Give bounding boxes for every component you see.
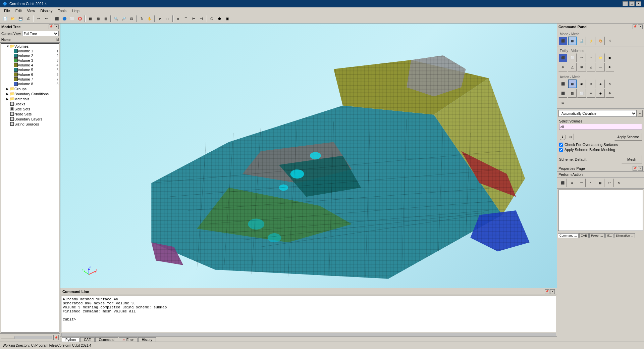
- entity-btn-vol[interactable]: ⬛: [558, 53, 567, 62]
- expand-groups[interactable]: ▶: [6, 87, 10, 91]
- tb-redo[interactable]: ↪: [43, 15, 50, 22]
- tree-item-materials[interactable]: ▶ 📁 Materials: [1, 96, 59, 101]
- entity-btn-extra5[interactable]: —: [596, 63, 605, 71]
- maximize-button[interactable]: □: [629, 1, 635, 6]
- tb-cube[interactable]: ⬛: [53, 15, 60, 22]
- tb-zoom-in[interactable]: 🔍: [112, 15, 120, 22]
- tb-view-top[interactable]: ⊤: [182, 15, 190, 22]
- right-tab-command[interactable]: Command ...: [558, 233, 579, 238]
- action-btn-mesh[interactable]: ▦: [568, 80, 577, 88]
- current-view-select[interactable]: Full Tree: [22, 31, 59, 36]
- tree-item-volume-3[interactable]: Volume 3 3: [1, 58, 59, 63]
- tree-item-volume-6[interactable]: Volume 6 6: [1, 72, 59, 77]
- entity-btn-extra1[interactable]: ⊕: [558, 63, 567, 71]
- action-btn-3[interactable]: ◉: [577, 80, 586, 88]
- mode-btn-bc[interactable]: ⚡: [587, 37, 595, 45]
- action-btn-1[interactable]: ⬛: [558, 80, 567, 88]
- mode-btn-analysis[interactable]: 🔬: [577, 37, 586, 45]
- tree-item-boundary-conditions[interactable]: ▶ 📁 Boundary Conditions: [1, 91, 59, 96]
- auto-calculate-dropdown[interactable]: Automatically Calculate Manual: [558, 110, 637, 117]
- menu-view[interactable]: View: [24, 8, 38, 13]
- command-line-content[interactable]: Already meshed Surface 46 Generated 990 …: [61, 296, 556, 332]
- tb-deselect[interactable]: ◻: [164, 15, 171, 22]
- tree-item-volume-5[interactable]: Volume 5 5: [1, 67, 59, 72]
- tree-item-volume-7[interactable]: Volume 7 7: [1, 77, 59, 82]
- expand-materials[interactable]: ▶: [6, 97, 10, 101]
- tab-cae[interactable]: CAE: [80, 337, 95, 342]
- tree-item-blocks[interactable]: 🔲 Blocks: [1, 101, 59, 106]
- check-overlapping[interactable]: [559, 143, 563, 147]
- props-btn-2[interactable]: ◈: [568, 179, 576, 187]
- tb-fit[interactable]: ⊡: [128, 15, 135, 22]
- tree-item-nodesets[interactable]: 🔲 Node Sets: [1, 111, 59, 116]
- cmdpanel-close-button[interactable]: ✕: [638, 24, 643, 29]
- tree-item-volume-1[interactable]: Volume 1 1: [1, 49, 59, 53]
- tb-rotate[interactable]: ↻: [138, 15, 146, 22]
- apply-scheme-button[interactable]: Apply Scheme: [614, 133, 642, 141]
- props-close-button[interactable]: ✕: [638, 166, 643, 171]
- props-float-button[interactable]: 📌: [633, 166, 637, 171]
- tree-pin-button[interactable]: 📌: [53, 335, 59, 340]
- menu-tools[interactable]: Tools: [55, 8, 69, 13]
- tab-python[interactable]: Python: [62, 337, 79, 342]
- right-tab-cae[interactable]: CAE: [579, 233, 589, 238]
- check-apply-scheme[interactable]: [559, 148, 563, 152]
- tb-solid[interactable]: ⬢: [216, 15, 223, 22]
- tab-error[interactable]: ⚠ Error: [119, 337, 138, 342]
- tb-view-front[interactable]: ⊢: [190, 15, 197, 22]
- tb-mesh2[interactable]: ▩: [94, 15, 102, 22]
- menu-edit[interactable]: Edit: [13, 8, 24, 13]
- mode-btn-geom[interactable]: ⬛: [558, 37, 567, 45]
- dropdown-arrow[interactable]: ▼: [637, 110, 643, 117]
- tb-cyl[interactable]: ⬜: [68, 15, 76, 22]
- select-volumes-input[interactable]: [559, 124, 642, 130]
- action-btn-6[interactable]: ✕: [605, 80, 614, 88]
- expand-volumes[interactable]: ▼: [6, 45, 10, 48]
- tb-sphere[interactable]: 🔵: [61, 15, 68, 22]
- entity-btn-extra2[interactable]: △: [568, 63, 577, 71]
- tb-view-iso[interactable]: ◈: [174, 15, 182, 22]
- props-btn-7[interactable]: ✕: [614, 179, 623, 187]
- tb-mesh3[interactable]: ▤: [102, 15, 109, 22]
- tab-command[interactable]: Command: [95, 337, 118, 342]
- tree-item-volume-4[interactable]: Volume 4 4: [1, 63, 59, 67]
- tb-print[interactable]: 🖨: [24, 15, 32, 22]
- refresh-button[interactable]: ↺: [567, 134, 574, 140]
- cmdpanel-float-button[interactable]: 📌: [633, 24, 637, 29]
- tree-container[interactable]: ▼ 📁 Volumes Volume 1 1 Volume 2 2 Volume…: [1, 43, 59, 333]
- tb-undo[interactable]: ↩: [35, 15, 42, 22]
- tree-item-volumes[interactable]: ▼ 📁 Volumes: [1, 44, 59, 49]
- tree-item-groups[interactable]: ▶ 📁 Groups: [1, 86, 59, 91]
- tb-shade[interactable]: ▣: [223, 15, 231, 22]
- props-btn-6[interactable]: ↩: [605, 179, 614, 187]
- tb-mesh1[interactable]: ▦: [87, 15, 94, 22]
- close-button[interactable]: ✕: [636, 1, 641, 6]
- panel-close-button[interactable]: ✕: [54, 24, 59, 29]
- mode-btn-info[interactable]: ℹ: [605, 37, 614, 45]
- mesh-button[interactable]: Mesh: [622, 155, 642, 163]
- cmdline-close-button[interactable]: ✕: [550, 289, 555, 294]
- tb-view-side[interactable]: ⊣: [198, 15, 205, 22]
- tb-torus[interactable]: ⭕: [76, 15, 84, 22]
- tab-history[interactable]: History: [138, 337, 156, 342]
- entity-btn-group[interactable]: 📁: [596, 53, 605, 62]
- right-tab-simulation[interactable]: Simulation ...: [614, 233, 635, 238]
- action-btn-7[interactable]: ⬛: [558, 89, 567, 98]
- cmdline-float-button[interactable]: 📌: [545, 289, 549, 294]
- action-btn-13[interactable]: ▤: [558, 98, 567, 107]
- tb-wire[interactable]: ⬡: [208, 15, 215, 22]
- tree-item-boundary-layers[interactable]: 🔲 Boundary Layers: [1, 116, 59, 121]
- action-btn-10[interactable]: ↩: [587, 89, 595, 98]
- action-btn-9[interactable]: ⬜: [577, 89, 586, 98]
- tree-item-sizing-sources[interactable]: 🔲 Sizing Sources: [1, 121, 59, 127]
- right-tab-it[interactable]: IT...: [605, 233, 614, 238]
- mode-btn-mesh[interactable]: ▦: [568, 37, 577, 45]
- minimize-button[interactable]: ─: [623, 1, 628, 6]
- action-btn-4[interactable]: ⊕: [587, 80, 595, 88]
- tb-zoom-out[interactable]: 🔎: [120, 15, 127, 22]
- action-btn-5[interactable]: ◈: [596, 80, 605, 88]
- menu-display[interactable]: Display: [38, 8, 55, 13]
- tb-save[interactable]: 💾: [17, 15, 24, 22]
- mode-btn-color[interactable]: 🎨: [596, 37, 605, 45]
- menu-file[interactable]: File: [1, 8, 13, 13]
